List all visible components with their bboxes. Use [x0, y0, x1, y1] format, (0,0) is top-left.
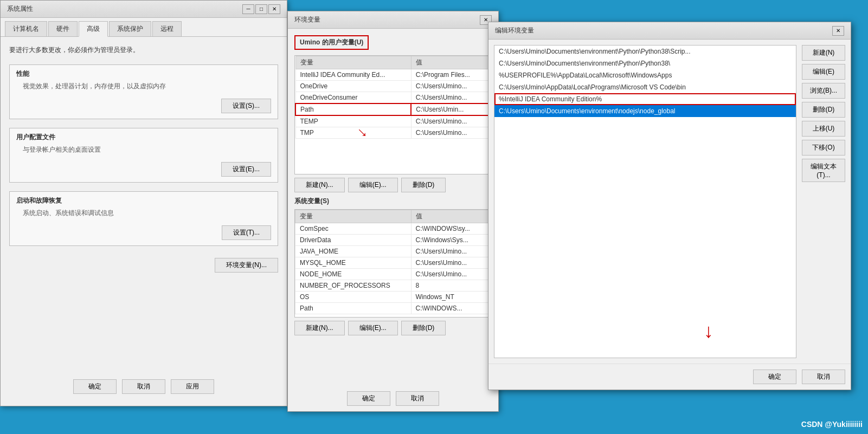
edit-text-btn[interactable]: 编辑文本(T)...	[802, 159, 845, 182]
performance-settings-btn[interactable]: 设置(S)...	[221, 99, 271, 113]
edit-env-footer: 确定 取消	[488, 364, 851, 390]
edit-move-down-btn[interactable]: 下移(O)	[802, 140, 845, 156]
user-profile-settings-btn[interactable]: 设置(E)...	[221, 162, 271, 177]
table-row[interactable]: TMP C:\Users\Umino...	[295, 127, 491, 139]
user-vars-table-container: 变量 值 IntelliJ IDEA Community Ed... C:\Pr…	[294, 55, 492, 174]
table-row[interactable]: Path C:\WINDOWS...	[295, 303, 491, 314]
startup-btn-row: 设置(T)...	[10, 222, 278, 245]
table-row[interactable]: TEMP C:\Users\Umino...	[295, 115, 491, 127]
table-row[interactable]: ComSpec C:\WINDOWS\sy...	[295, 223, 491, 235]
env-vars-window: 环境变量 ✕ Umino 的用户变量(U) 变量 值	[287, 11, 499, 412]
tabs-bar: 计算机名 硬件 高级 系统保护 远程	[1, 18, 287, 37]
list-item[interactable]: C:\Users\Umino\Documents\environment\Pyt…	[494, 57, 796, 69]
edit-env-ok-btn[interactable]: 确定	[753, 370, 796, 384]
close-btn[interactable]: ✕	[268, 4, 280, 14]
edit-env-content: C:\Users\Umino\Documents\environment\Pyt…	[488, 40, 851, 364]
edit-env-title: 编辑环境变量	[495, 26, 534, 35]
table-row[interactable]: OneDriveConsumer C:\Users\Umino...	[295, 92, 491, 104]
user-vars-label: Umino 的用户变量(U)	[294, 35, 369, 50]
sys-edit-btn[interactable]: 编辑(E)...	[348, 321, 398, 335]
tab-remote[interactable]: 远程	[152, 21, 182, 36]
edit-new-btn[interactable]: 新建(N)	[802, 45, 845, 61]
sys-delete-btn[interactable]: 删除(D)	[401, 321, 446, 335]
maximize-btn[interactable]: □	[255, 4, 267, 14]
user-edit-btn[interactable]: 编辑(E)...	[348, 178, 398, 192]
env-cancel-btn[interactable]: 取消	[396, 391, 439, 406]
user-profile-section: 用户配置文件 与登录帐户相关的桌面设置 设置(E)...	[9, 128, 278, 183]
user-profile-btn-row: 设置(E)...	[10, 159, 278, 182]
table-row[interactable]: IntelliJ IDEA Community Ed... C:\Program…	[295, 69, 491, 81]
edit-delete-btn[interactable]: 删除(D)	[802, 102, 845, 118]
user-profile-desc: 与登录帐户相关的桌面设置	[10, 144, 278, 159]
col-var-header: 变量	[295, 56, 411, 69]
sys-props-window: 系统属性 ─ □ ✕ 计算机名 硬件 高级 系统保护 远程 要进行大多数更改，你…	[0, 0, 287, 406]
user-vars-table: 变量 值 IntelliJ IDEA Community Ed... C:\Pr…	[295, 56, 491, 139]
sys-props-ok-btn[interactable]: 确定	[73, 379, 117, 394]
watermark: CSDN @Yukiiiiiiii	[801, 420, 863, 429]
sys-col-val-header: 值	[411, 210, 491, 223]
performance-header: 性能	[10, 65, 278, 81]
edit-env-titlebar: 编辑环境变量 ✕	[488, 22, 851, 40]
tab-protection[interactable]: 系统保护	[109, 21, 151, 36]
startup-header: 启动和故障恢复	[10, 192, 278, 208]
edit-edit-btn[interactable]: 编辑(E)	[802, 64, 845, 80]
table-row[interactable]: OS Windows_NT	[295, 292, 491, 303]
sys-vars-table: 变量 值 ComSpec C:\WINDOWS\sy... DriverData…	[295, 210, 491, 314]
list-item[interactable]: C:\Users\Umino\Documents\environment\Pyt…	[494, 46, 796, 57]
user-profile-header: 用户配置文件	[10, 128, 278, 144]
sys-props-title: 系统属性	[7, 4, 33, 14]
table-row[interactable]: NUMBER_OF_PROCESSORS 8	[295, 280, 491, 292]
sys-props-footer: 确定 取消 应用	[1, 373, 287, 400]
tab-advanced[interactable]: 高级	[79, 21, 108, 37]
admin-notice: 要进行大多数更改，你必须作为管理员登录。	[9, 46, 278, 55]
edit-env-window: 编辑环境变量 ✕ C:\Users\Umino\Documents\enviro…	[488, 22, 851, 390]
sys-props-apply-btn[interactable]: 应用	[171, 379, 214, 394]
sys-props-cancel-btn[interactable]: 取消	[122, 379, 165, 394]
env-vars-title: 环境变量	[294, 15, 320, 24]
edit-env-close-btn[interactable]: ✕	[832, 26, 844, 36]
list-item-highlighted[interactable]: %IntelliJ IDEA Community Edition%	[494, 93, 796, 105]
sys-col-var-header: 变量	[295, 210, 412, 223]
minimize-btn[interactable]: ─	[242, 4, 254, 14]
sys-vars-table-container: 变量 值 ComSpec C:\WINDOWS\sy... DriverData…	[294, 209, 492, 318]
table-row[interactable]: DriverData C:\Windows\Sys...	[295, 235, 491, 246]
user-delete-btn[interactable]: 删除(D)	[401, 178, 446, 192]
col-val-header: 值	[411, 56, 491, 69]
startup-section: 启动和故障恢复 系统启动、系统错误和调试信息 设置(T)...	[9, 191, 278, 246]
sys-vars-label: 系统变量(S)	[294, 197, 492, 206]
list-item-selected[interactable]: C:\Users\Umino\Documents\environment\nod…	[494, 105, 796, 117]
user-new-btn[interactable]: 新建(N)...	[294, 178, 345, 192]
table-row[interactable]: MYSQL_HOME C:\Users\Umino...	[295, 257, 491, 269]
edit-browse-btn[interactable]: 浏览(B)...	[802, 83, 845, 99]
table-row[interactable]: OneDrive C:\Users\Umino...	[295, 81, 491, 92]
startup-desc: 系统启动、系统错误和调试信息	[10, 208, 278, 222]
edit-env-buttons: 新建(N) 编辑(E) 浏览(B)... 删除(D) 上移(U) 下移(O) 编…	[796, 40, 851, 364]
edit-env-list[interactable]: C:\Users\Umino\Documents\environment\Pyt…	[494, 45, 796, 358]
list-item[interactable]: C:\Users\Umino\AppData\Local\Programs\Mi…	[494, 81, 796, 93]
env-content: Umino 的用户变量(U) 变量 值 IntelliJ IDEA Commun…	[288, 29, 498, 345]
red-arrow-down: ↓	[704, 320, 713, 342]
sys-props-content: 要进行大多数更改，你必须作为管理员登录。 性能 视觉效果，处理器计划，内存使用，…	[1, 37, 287, 288]
edit-move-up-btn[interactable]: 上移(U)	[802, 121, 845, 137]
performance-section: 性能 视觉效果，处理器计划，内存使用，以及虚拟内存 设置(S)...	[9, 64, 278, 119]
performance-desc: 视觉效果，处理器计划，内存使用，以及虚拟内存	[10, 81, 278, 95]
user-vars-btns: 新建(N)... 编辑(E)... 删除(D)	[294, 178, 492, 192]
env-ok-btn[interactable]: 确定	[347, 391, 390, 406]
sys-new-btn[interactable]: 新建(N)...	[294, 321, 345, 335]
edit-env-cancel-btn[interactable]: 取消	[802, 370, 845, 384]
path-row[interactable]: Path C:\Users\Umin...	[295, 103, 491, 115]
table-row[interactable]: NODE_HOME C:\Users\Umino...	[295, 269, 491, 280]
titlebar-controls: ─ □ ✕	[242, 4, 280, 14]
env-vars-titlebar: 环境变量 ✕	[288, 11, 498, 29]
env-footer: 确定 取消	[288, 391, 498, 406]
list-item[interactable]: %USERPROFILE%\AppData\Local\Microsoft\Wi…	[494, 69, 796, 81]
startup-settings-btn[interactable]: 设置(T)...	[222, 225, 271, 240]
tab-computer-name[interactable]: 计算机名	[5, 21, 47, 36]
sys-props-titlebar: 系统属性 ─ □ ✕	[1, 1, 287, 18]
tab-hardware[interactable]: 硬件	[48, 21, 78, 36]
table-row[interactable]: JAVA_HOME C:\Users\Umino...	[295, 246, 491, 257]
env-vars-btn[interactable]: 环境变量(N)...	[215, 258, 278, 273]
performance-btn-row: 设置(S)...	[10, 95, 278, 119]
sys-vars-btns: 新建(N)... 编辑(E)... 删除(D)	[294, 321, 492, 335]
